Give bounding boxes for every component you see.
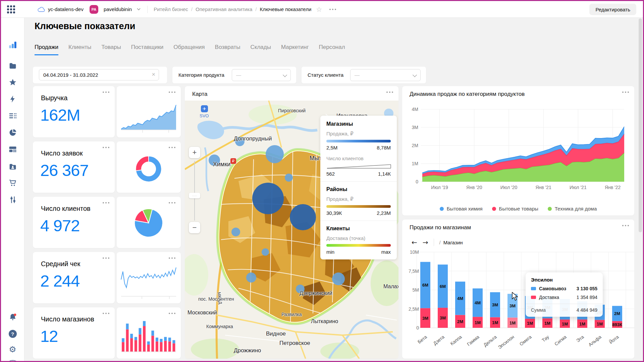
tab-Персонал[interactable]: Персонал [319,44,345,55]
svg-text:4М: 4М [475,300,481,305]
kpi-value: 26 367 [40,161,89,180]
dashboard-layout-icon[interactable] [8,145,17,154]
series-swatch [531,287,536,290]
tab-Поставщики[interactable]: Поставщики [131,44,164,55]
divider [526,304,603,304]
more-actions-icon[interactable] [329,9,336,10]
tab-Обращения[interactable]: Обращения [173,44,205,55]
ellipsis-menu-icon[interactable] [169,313,175,314]
legend-dot [548,207,552,211]
tab-Возвраты[interactable]: Возвраты [215,44,240,55]
svg-text:3М: 3М [492,302,498,307]
kpi-value: 12 [40,327,58,346]
svg-text:Янв '20: Янв '20 [466,185,482,190]
svg-text:1М: 1М [412,161,418,166]
ruble-poi-icon: ₽ [230,158,236,164]
map-viewport[interactable]: ПироговскийИвантеевкаДолгопрудныйМытищиХ… [185,101,398,359]
breadcrumb-item[interactable]: Оперативная аналитика [196,6,252,12]
cart-icon[interactable] [8,179,17,187]
tenant-name: yc-datalens-dev [48,6,84,12]
svg-text:Сигма: Сигма [553,334,568,347]
gear-icon[interactable]: ⚙ [9,345,16,354]
ellipsis-menu-icon[interactable] [103,92,109,93]
map-zoom-in-button[interactable]: + [189,147,200,158]
page-scrollbar-thumb[interactable] [639,18,642,232]
svg-text:Эпсилон: Эпсилон [497,334,515,350]
legend-section-header: Районы [326,186,391,192]
tab-Маркетинг[interactable]: Маркетинг [281,44,309,55]
ellipsis-menu-icon[interactable] [169,202,175,203]
edit-button[interactable]: Редактировать [589,4,636,15]
svg-text:Дзета: Дзета [432,334,445,346]
breadcrumb: Ритейл бизнес/Оперативная аналитика/Ключ… [154,6,311,12]
list-rows-icon[interactable] [8,112,17,120]
map-zoom-handle[interactable]: ∙∙∙∙ [189,193,200,198]
heat-gradient-bar [326,244,391,247]
folder-icon[interactable] [8,61,17,70]
kpi-card-clients: Число клиентов 4 972 [33,197,115,248]
status-filter-label: Статус клиента [308,72,343,78]
tab-Товары[interactable]: Товары [101,44,121,55]
clear-icon[interactable]: × [152,71,155,78]
tab-Склады[interactable]: Склады [251,44,271,55]
date-filter-card: 04.04.2019 - 31.03.2022 × [33,67,167,83]
svg-text:7,5М: 7,5М [409,268,419,274]
breadcrumb-item[interactable]: Ритейл бизнес [154,6,188,12]
filter-sliders-icon[interactable] [8,195,17,204]
ellipsis-menu-icon[interactable] [103,202,109,203]
status-select[interactable]: — [350,69,421,81]
breadcrumb-item[interactable]: Ключевые показатели [260,6,311,12]
svg-text:2М: 2М [412,143,418,148]
favorites-star-icon[interactable] [8,78,17,86]
svg-text:Эта: Эта [575,334,585,344]
shared-folder-icon[interactable] [8,162,17,171]
svg-text:4М: 4М [457,296,463,301]
chart-legend: Бытовая химияБытовые товарыТехника для д… [402,206,634,212]
bell-icon[interactable] [8,313,17,322]
svg-text:Тау: Тау [541,334,550,343]
legend-dot [492,207,496,211]
date-range-input[interactable]: 04.04.2019 - 31.03.2022 × [39,69,159,80]
legend-item[interactable]: Бытовая химия [440,206,483,212]
tooltip-sum-value: 4 484 949 [577,307,597,313]
ellipsis-menu-icon[interactable] [386,92,393,93]
revenue-sparkline-chart [120,100,177,134]
map-zoom-out-button[interactable]: − [189,222,200,233]
datalens-logo-icon[interactable] [8,41,17,49]
divider [320,181,397,182]
ellipsis-menu-icon[interactable] [169,92,175,93]
sales-dynamics-chart[interactable]: 01М2М3М4МИюл '19Янв '20Июл '20Янв '21Июл… [402,86,634,216]
category-select[interactable]: — [232,69,291,81]
favorite-star-icon[interactable]: ☆ [316,5,322,13]
clients-pie-chart [132,206,165,240]
tab-Клиенты[interactable]: Клиенты [68,44,91,55]
kpi-label: Число магазинов [41,315,94,323]
divider [320,221,397,221]
ellipsis-menu-icon[interactable] [103,147,109,148]
legend-item[interactable]: Техника для дома [548,206,597,212]
help-icon[interactable]: ? [9,330,17,338]
ellipsis-menu-icon[interactable] [103,257,109,259]
ellipsis-menu-icon[interactable] [169,147,175,148]
svg-text:Июл '20: Июл '20 [500,185,518,190]
ellipsis-menu-icon[interactable] [169,257,175,259]
tooltip-sum-label: Сумма [531,307,546,313]
svg-text:1М: 1М [597,321,603,326]
tenant-switcher[interactable]: yc-datalens-dev PA paveldubinin [37,5,141,14]
svg-text:1М: 1М [562,321,568,326]
svg-text:Йота: Йота [608,334,620,345]
tab-Продажи[interactable]: Продажи [35,44,58,55]
lightning-icon[interactable] [8,95,17,103]
apps-grid-icon[interactable] [7,5,15,13]
svg-text:3М: 3М [412,125,418,130]
legend-item[interactable]: Бытовые товары [492,206,538,212]
pie-chart-icon[interactable] [8,128,17,137]
avatar[interactable] [6,360,20,362]
sales-dynamics-card: Динамика продаж по категориям продуктов … [402,86,634,216]
svg-text:1М: 1М [492,320,498,325]
requests-donut-chart [132,153,165,185]
ellipsis-menu-icon[interactable] [103,313,109,314]
brown-gradient-bar [326,205,391,208]
svg-text:6М: 6М [440,284,446,289]
svg-text:6М: 6М [422,283,428,288]
